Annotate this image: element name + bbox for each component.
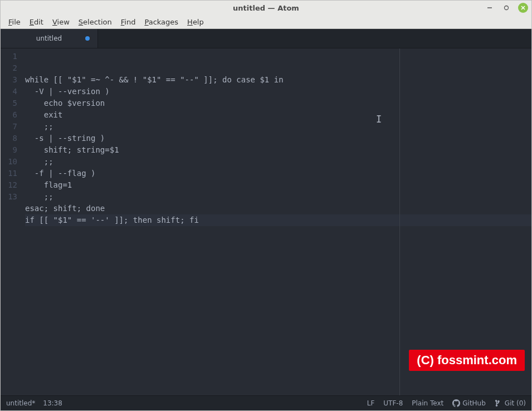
gutter: 12345678910111213 xyxy=(1,48,22,395)
app-body: untitled 12345678910111213 while [[ "$1"… xyxy=(1,29,531,410)
git-branch-icon xyxy=(495,399,502,407)
status-encoding[interactable]: UTF-8 xyxy=(383,399,403,407)
status-git[interactable]: Git (0) xyxy=(495,399,526,407)
menu-view[interactable]: View xyxy=(48,17,74,27)
statusbar: untitled* 13:38 LF UTF-8 Plain Text GitH… xyxy=(1,395,531,410)
status-left: untitled* 13:38 xyxy=(6,399,62,407)
window-controls xyxy=(485,1,528,15)
menubar: FileEditViewSelectionFindPackagesHelp xyxy=(1,15,531,29)
maximize-icon xyxy=(504,5,509,11)
code-line[interactable]: echo $version xyxy=(25,97,531,109)
line-number: 8 xyxy=(1,133,22,144)
line-number: 12 xyxy=(1,179,22,191)
code-line[interactable]: if [[ "$1" == '--' ]]; then shift; fi xyxy=(25,214,531,226)
code-line[interactable]: flag=1 xyxy=(25,179,531,191)
code-line[interactable]: esac; shift; done xyxy=(25,203,531,214)
code-line[interactable]: -s | --string ) xyxy=(25,133,531,144)
menu-edit[interactable]: Edit xyxy=(25,17,48,27)
minimize-button[interactable] xyxy=(485,3,495,13)
menu-packages[interactable]: Packages xyxy=(140,17,183,27)
code-line[interactable]: exit xyxy=(25,109,531,121)
line-number: 1 xyxy=(1,51,22,62)
status-line-ending[interactable]: LF xyxy=(367,399,375,407)
code-line[interactable]: while [[ "$1" =~ ^- && ! "$1" == "--" ]]… xyxy=(25,74,531,86)
menu-help[interactable]: Help xyxy=(183,17,208,27)
editor[interactable]: 12345678910111213 while [[ "$1" =~ ^- &&… xyxy=(1,48,531,395)
tabbar: untitled xyxy=(1,29,531,48)
maximize-button[interactable] xyxy=(501,3,511,13)
menu-find[interactable]: Find xyxy=(116,17,140,27)
code-line[interactable]: ;; xyxy=(25,121,531,133)
line-number: 10 xyxy=(1,156,22,168)
github-icon xyxy=(452,399,460,407)
status-github[interactable]: GitHub xyxy=(452,399,486,407)
line-number: 4 xyxy=(1,86,22,97)
watermark: (C) fossmint.com xyxy=(409,350,525,371)
line-number: 9 xyxy=(1,144,22,156)
svg-point-1 xyxy=(505,6,509,10)
status-grammar[interactable]: Plain Text xyxy=(412,399,443,407)
window-frame: untitled — Atom FileEditViewSelectionFin… xyxy=(0,0,532,411)
minimize-icon xyxy=(487,5,492,11)
menu-selection[interactable]: Selection xyxy=(74,17,116,27)
line-number: 6 xyxy=(1,109,22,121)
close-icon xyxy=(520,5,526,11)
line-number: 3 xyxy=(1,74,22,86)
status-github-label: GitHub xyxy=(462,399,486,407)
status-cursor-position[interactable]: 13:38 xyxy=(43,399,62,407)
tab-label: untitled xyxy=(36,35,62,42)
code-line[interactable]: -V | --version ) xyxy=(25,86,531,97)
code-line[interactable]: shift; string=$1 xyxy=(25,144,531,156)
status-filename[interactable]: untitled* xyxy=(6,399,35,407)
tab-untitled[interactable]: untitled xyxy=(1,29,98,48)
code-area[interactable]: while [[ "$1" =~ ^- && ! "$1" == "--" ]]… xyxy=(22,48,531,395)
line-number: 2 xyxy=(1,62,22,74)
code-line[interactable]: ;; xyxy=(25,156,531,168)
line-number: 7 xyxy=(1,121,22,133)
titlebar: untitled — Atom xyxy=(1,1,531,15)
close-button[interactable] xyxy=(518,3,528,13)
line-number: 5 xyxy=(1,97,22,109)
status-right: LF UTF-8 Plain Text GitHub Git (0) xyxy=(367,399,526,407)
code-line[interactable]: ;; xyxy=(25,191,531,203)
line-number: 11 xyxy=(1,168,22,179)
status-git-label: Git (0) xyxy=(505,399,526,407)
line-number: 13 xyxy=(1,191,22,203)
code-line[interactable]: -f | --flag ) xyxy=(25,168,531,179)
menu-file[interactable]: File xyxy=(4,17,25,27)
window-title: untitled — Atom xyxy=(233,4,299,12)
tab-modified-indicator xyxy=(85,36,90,41)
